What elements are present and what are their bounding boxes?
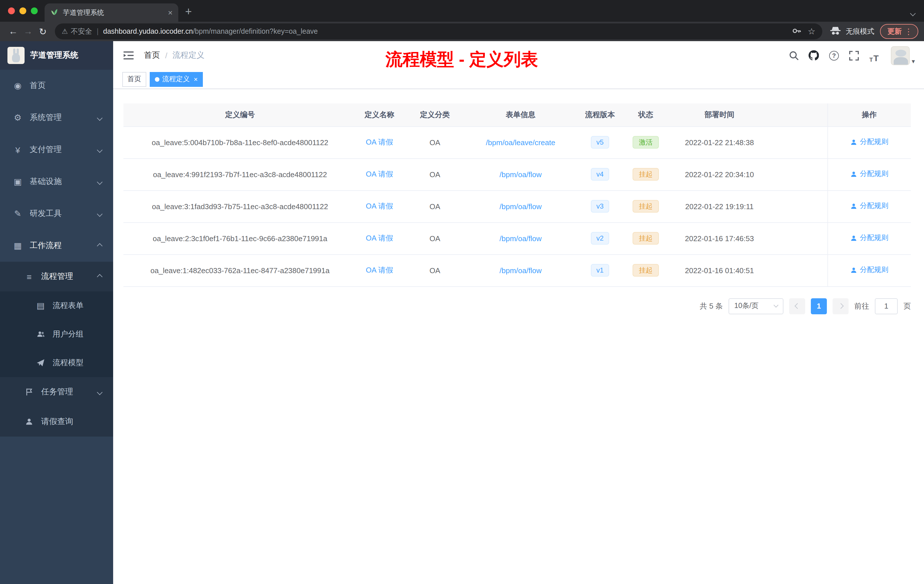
- prev-page-button[interactable]: [789, 298, 805, 314]
- definition-name-link[interactable]: OA 请假: [366, 138, 393, 146]
- page-number-button[interactable]: 1: [811, 298, 827, 314]
- omnibox-divider: |: [97, 27, 99, 35]
- definition-name-link[interactable]: OA 请假: [366, 170, 393, 178]
- sidebar-item-process-model[interactable]: 流程模型: [0, 348, 113, 377]
- sidebar-item-devtools[interactable]: ✎ 研发工具: [0, 198, 113, 230]
- pagination-total: 共 5 条: [700, 301, 723, 311]
- update-button[interactable]: 更新 ⋮: [880, 24, 918, 39]
- cell-deploy-time: 2022-01-22 20:34:10: [665, 158, 774, 190]
- browser-tab[interactable]: 芋道管理系统 ×: [45, 3, 178, 22]
- tag-process-definition[interactable]: 流程定义 ×: [150, 72, 203, 87]
- sidebar-item-workflow[interactable]: ▦ 工作流程: [0, 230, 113, 262]
- tag-home[interactable]: 首页: [122, 72, 146, 87]
- chevron-down-icon: [97, 147, 102, 153]
- cell-id: oa_leave:5:004b710b-7b8a-11ec-8ef0-acde4…: [124, 126, 356, 158]
- chevron-down-icon: [774, 303, 779, 308]
- cell-category: OA: [402, 190, 467, 222]
- version-badge: v1: [591, 264, 609, 277]
- cell-deploy-time: 2022-01-22 19:19:11: [665, 190, 774, 222]
- assign-rule-button[interactable]: 分配规则: [850, 233, 889, 243]
- assign-rule-button[interactable]: 分配规则: [850, 170, 889, 179]
- sidebar-item-infrastructure[interactable]: ▣ 基础设施: [0, 166, 113, 198]
- chevron-down-icon: [97, 389, 102, 395]
- definition-name-link[interactable]: OA 请假: [366, 234, 393, 242]
- col-operation: 操作: [827, 104, 911, 126]
- close-window-button[interactable]: [8, 7, 15, 14]
- breadcrumb: 首页 / 流程定义: [144, 50, 205, 61]
- definition-name-link[interactable]: OA 请假: [366, 266, 393, 274]
- col-filler: [774, 104, 827, 126]
- forward-icon[interactable]: →: [21, 24, 35, 39]
- app-logo[interactable]: 芋道管理系统: [0, 41, 113, 70]
- github-icon[interactable]: [807, 48, 822, 63]
- form-link[interactable]: /bpm/oa/leave/create: [486, 138, 555, 147]
- cell-category: OA: [402, 254, 467, 286]
- sidebar-item-home[interactable]: ◉ 首页: [0, 70, 113, 102]
- form-link[interactable]: /bpm/oa/flow: [500, 170, 541, 178]
- sidebar-item-leave-query[interactable]: 请假查询: [0, 407, 113, 437]
- form-link[interactable]: /bpm/oa/flow: [500, 266, 541, 275]
- flag-icon: [24, 388, 34, 396]
- tags-view: 首页 流程定义 ×: [113, 70, 924, 89]
- col-status: 状态: [626, 104, 665, 126]
- person-icon: [24, 418, 34, 426]
- avatar-caret-down-icon: ▾: [912, 58, 915, 65]
- help-icon[interactable]: ?: [827, 48, 842, 63]
- page-size-select[interactable]: 10条/页: [729, 298, 784, 314]
- tab-search-icon[interactable]: [911, 7, 915, 18]
- new-tab-button[interactable]: +: [185, 6, 192, 17]
- sidebar-item-user-group[interactable]: 用户分组: [0, 320, 113, 348]
- sidebar-item-process-form[interactable]: ▤ 流程表单: [0, 292, 113, 320]
- sidebar-item-payment[interactable]: ¥ 支付管理: [0, 134, 113, 166]
- browser-menu-icon[interactable]: ⋮: [904, 27, 912, 36]
- password-key-icon[interactable]: [792, 26, 801, 37]
- font-size-icon[interactable]: TT: [866, 48, 881, 63]
- zoom-window-button[interactable]: [31, 7, 38, 14]
- sidebar-item-system[interactable]: ⚙ 系统管理: [0, 102, 113, 134]
- cell-deploy-time: 2022-01-16 17:46:53: [665, 222, 774, 254]
- form-link[interactable]: /bpm/oa/flow: [500, 202, 541, 211]
- cell-deploy-time: 2022-01-22 21:48:38: [665, 126, 774, 158]
- sidebar-toggle-icon[interactable]: [122, 49, 135, 62]
- form-link[interactable]: /bpm/oa/flow: [500, 234, 541, 243]
- status-badge: 激活: [633, 136, 659, 148]
- tab-close-icon[interactable]: ×: [168, 8, 173, 16]
- table-row: oa_leave:4:991f2193-7b7f-11ec-a3c8-acde4…: [124, 158, 911, 190]
- definition-table: 定义编号 定义名称 定义分类 表单信息 流程版本 状态 部署时间 操作: [124, 104, 911, 287]
- incognito-badge: 无痕模式: [829, 26, 874, 36]
- breadcrumb-home[interactable]: 首页: [144, 50, 160, 61]
- assign-rule-button[interactable]: 分配规则: [850, 201, 889, 211]
- goto-label: 前往: [854, 301, 869, 311]
- definition-name-link[interactable]: OA 请假: [366, 202, 393, 210]
- main-panel: 首页 / 流程定义 ?: [113, 41, 924, 584]
- minimize-window-button[interactable]: [20, 7, 26, 14]
- status-badge: 挂起: [633, 232, 659, 244]
- reload-icon[interactable]: ↻: [35, 24, 50, 39]
- address-bar[interactable]: ⚠ 不安全 | dashboard.yudao.iocoder.cn/bpm/m…: [55, 23, 822, 40]
- assign-rule-button[interactable]: 分配规则: [850, 137, 889, 147]
- back-icon[interactable]: ←: [6, 24, 21, 39]
- tag-close-icon[interactable]: ×: [194, 75, 198, 83]
- bookmark-star-icon[interactable]: ☆: [808, 26, 815, 36]
- search-icon[interactable]: [787, 48, 802, 63]
- pagination: 共 5 条 10条/页 1 前往 页: [124, 298, 911, 314]
- tab-strip: 芋道管理系统 × +: [0, 0, 924, 22]
- gear-icon: ⚙: [13, 112, 23, 123]
- next-page-button[interactable]: [833, 298, 848, 314]
- chevron-up-icon: [97, 274, 102, 279]
- sidebar-item-task-management[interactable]: 任务管理: [0, 377, 113, 407]
- chevron-down-icon: [97, 179, 102, 185]
- goto-page-input[interactable]: [875, 298, 898, 314]
- browser-toolbar: ← → ↻ ⚠ 不安全 | dashboard.yudao.iocoder.cn…: [0, 22, 924, 41]
- update-label: 更新: [888, 26, 902, 36]
- table-row: oa_leave:3:1fad3d93-7b75-11ec-a3c8-acde4…: [124, 190, 911, 222]
- col-definition-name: 定义名称: [356, 104, 402, 126]
- page-content: 定义编号 定义名称 定义分类 表单信息 流程版本 状态 部署时间 操作: [113, 89, 924, 584]
- active-dot: [155, 77, 159, 81]
- version-badge: v4: [591, 168, 609, 181]
- user-avatar[interactable]: ▾: [891, 46, 915, 65]
- assign-rule-button[interactable]: 分配规则: [850, 266, 889, 275]
- status-badge: 挂起: [633, 168, 659, 181]
- sidebar-item-process-management[interactable]: ≡ 流程管理: [0, 262, 113, 292]
- fullscreen-icon[interactable]: [846, 48, 861, 63]
